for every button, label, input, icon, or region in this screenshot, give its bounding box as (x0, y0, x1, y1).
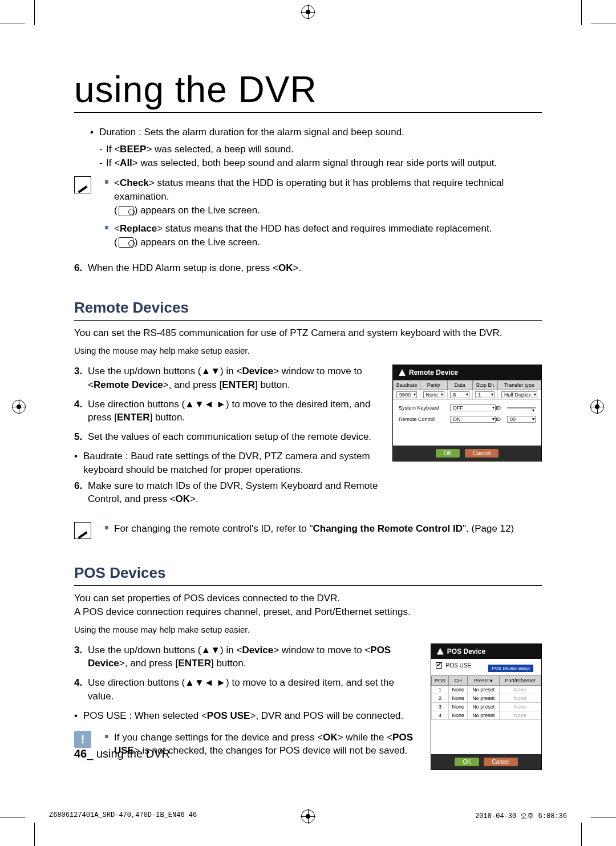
table-row[interactable]: 2None No presetNone (431, 694, 541, 702)
remote-step-6: 6. Make sure to match IDs of the DVR, Sy… (74, 479, 379, 507)
pos-intro-2: A POS device connection requires channel… (74, 605, 542, 619)
trim-top-left (0, 23, 25, 23)
remote-control-label: Remote Control (399, 416, 450, 422)
trim-bot-left (0, 817, 25, 817)
note-icon (74, 522, 91, 539)
pos-step-4: 4. Use direction buttons (▲▼◄ ►) to move… (74, 676, 417, 703)
hdd-check-icon (119, 206, 133, 216)
sys-keyboard-state[interactable]: OFF (450, 404, 496, 411)
page-content: using the DVR Duration : Sets the alarm … (74, 68, 542, 770)
trim-top-right-v (581, 0, 582, 25)
baudrate-select[interactable]: 9600 (396, 391, 417, 398)
table-row[interactable]: 4None No presetNone (431, 711, 541, 719)
print-job-id: Z6806127401A_SRD-470,470D-IB_EN46 46 (49, 811, 197, 819)
remote-step-5: 5. Set the values of each communication … (74, 430, 379, 444)
hdd-alarm-beep: If <BEEP> was selected, a beep will soun… (99, 143, 542, 156)
sys-keyboard-label: System Keyboard (399, 405, 450, 411)
hdd-step-6: 6. When the HDD Alarm setup is done, pre… (74, 261, 542, 275)
trim-top-left-v (34, 0, 35, 25)
page-title: using the DVR (74, 68, 542, 113)
hdd-alarm-all: If <All> was selected, both beep sound a… (99, 156, 542, 170)
remote-id-note: For changing the remote control's ID, re… (74, 522, 542, 540)
print-timestamp: 2010-04-30 오후 6:08:36 (475, 811, 567, 821)
parity-select[interactable]: None (423, 391, 445, 398)
remote-ok-button[interactable]: OK (436, 449, 460, 458)
pos-cancel-button[interactable]: Cancel (484, 758, 517, 766)
hdd-alarm-duration: Duration : Sets the alarm duration for t… (90, 126, 542, 169)
pos-ok-button[interactable]: OK (455, 758, 479, 766)
hdd-note-check: <Check> status means that the HDD is ope… (99, 176, 542, 217)
trim-top-right (591, 23, 616, 23)
remote-control-state[interactable]: ON (450, 416, 496, 423)
sys-keyboard-id[interactable] (507, 407, 536, 408)
remote-step-4: 4. Use direction buttons (▲▼◄ ►) to move… (74, 398, 379, 425)
hdd-alarm-section: Duration : Sets the alarm duration for t… (74, 126, 542, 169)
registration-mark-top (301, 5, 315, 19)
hdd-note-replace: <Replace> status means that the HDD has … (99, 222, 542, 249)
transfer-select[interactable]: Half Duplex (501, 391, 537, 398)
trim-bot-left-v (34, 823, 35, 846)
pos-use-checkbox[interactable] (436, 662, 442, 669)
table-row[interactable]: 3None No presetNone (431, 702, 541, 711)
remote-control-id[interactable]: 00 (507, 416, 536, 423)
pos-use-label: POS USE (446, 662, 471, 669)
stopbit-select[interactable]: 1 (475, 391, 495, 398)
pos-devices-heading: POS Devices (74, 564, 542, 586)
note-icon (74, 176, 91, 193)
remote-control-id-label: ID (496, 416, 507, 422)
page-number: 46 (74, 747, 87, 760)
pos-use-note: POS USE : When selected <POS USE>, DVR a… (74, 709, 417, 723)
remote-device-panel: Remote Device Baudrate Parity Data Stop … (392, 365, 542, 462)
pos-intro-1: You can set properties of POS devices co… (74, 592, 542, 605)
registration-mark-left (11, 399, 26, 414)
remote-serial-table: Baudrate Parity Data Stop Bit Transfer t… (393, 380, 541, 400)
pos-device-panel: POS Device POS USE POS Device Setup POS … (431, 643, 542, 770)
warning-icon: ! (74, 731, 91, 748)
running-head: using the DVR (96, 747, 170, 760)
hdd-note: <Check> status means that the HDD is ope… (74, 176, 542, 253)
trim-bot-right-v (581, 823, 582, 846)
pos-table: POS CH Preset ▾ Port/Ethernet 1None No p… (431, 675, 541, 720)
remote-step-3: 3. Use the up/down buttons (▲▼) in <Devi… (74, 365, 379, 392)
data-select[interactable]: 8 (450, 391, 469, 398)
remote-devices-heading: Remote Devices (74, 299, 542, 321)
remote-mouse: Using the mouse may help make setup easi… (74, 345, 542, 357)
sys-keyboard-id-label: ID (496, 405, 507, 411)
table-row[interactable]: 1None No presetNone (431, 685, 541, 694)
pos-mouse: Using the mouse may help make setup easi… (74, 624, 542, 635)
remote-cancel-button[interactable]: Cancel (465, 449, 499, 458)
trim-bot-right (591, 817, 616, 817)
hdd-replace-icon (119, 237, 133, 248)
remote-panel-title: Remote Device (409, 369, 458, 377)
pos-panel-icon (437, 648, 444, 655)
remote-intro: You can set the RS-485 communication for… (74, 326, 542, 340)
pos-device-setup-button[interactable]: POS Device Setup (488, 665, 533, 672)
registration-mark-bottom (301, 809, 315, 824)
remote-id-note-text: For changing the remote control's ID, re… (99, 522, 542, 536)
pos-step-3: 3. Use the up/down buttons (▲▼) in <Devi… (74, 643, 417, 671)
registration-mark-right (590, 399, 605, 414)
pos-panel-title: POS Device (447, 647, 485, 655)
remote-baudrate-note: Baudrate : Baud rate settings of the DVR… (74, 450, 379, 477)
remote-panel-icon (399, 369, 406, 376)
page-footer: 46_ using the DVR (74, 747, 170, 760)
